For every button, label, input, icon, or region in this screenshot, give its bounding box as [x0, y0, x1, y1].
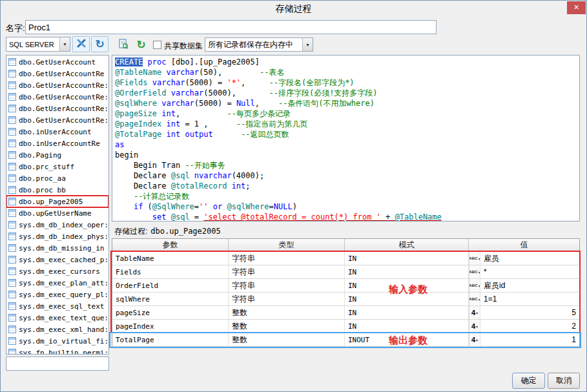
- value-type-button[interactable]: ABC▾: [469, 252, 480, 265]
- sidebar-item[interactable]: dbo.GetUserAccountRe:: [6, 103, 108, 114]
- sidebar-item[interactable]: sys.dm_exec_xml_hand:: [6, 324, 108, 335]
- sidebar-item[interactable]: dbo.proc bb: [6, 184, 108, 196]
- sidebar-item[interactable]: sys.fn_builtin_permi:: [6, 347, 108, 355]
- header-value: 值: [469, 239, 579, 251]
- share-dataset-checkbox[interactable]: [153, 41, 161, 49]
- code-line: Begin Tran --开始事务: [115, 160, 577, 170]
- value-type-button[interactable]: ABC▾: [469, 293, 480, 305]
- code-line: begin: [115, 150, 577, 160]
- sidebar-item[interactable]: dbo.GetUserAccountRe: [6, 68, 108, 79]
- param-name-cell: Fields: [112, 265, 229, 278]
- sidebar-item-label: dbo.GetUserAccountRe:: [19, 105, 107, 113]
- sidebar-item-label: sys.dm_exec_xml_hand:: [19, 325, 107, 334]
- param-value-cell[interactable]: 雇员: [480, 252, 579, 265]
- dialog-title: 存储过程: [1, 3, 586, 15]
- param-row: TableName字符串INABC▾雇员: [112, 252, 579, 265]
- sidebar-item-label: sys.dm_exec_plan_att:: [19, 279, 107, 287]
- param-table: 参数 类型 模式 值 TableName字符串INABC▾雇员Fields字符串…: [112, 238, 580, 347]
- value-type-button[interactable]: ABC▾: [469, 265, 480, 278]
- db-type-select[interactable]: SQL SERVER ▼: [6, 37, 70, 52]
- chevron-down-icon: ▼: [302, 38, 313, 51]
- sidebar-item-label: dbo.GetUserAccount: [19, 58, 96, 67]
- sidebar-item[interactable]: sys.dm_db_index_phys:: [6, 231, 108, 242]
- value-type-button[interactable]: 4▾: [469, 306, 480, 319]
- table-icon: [8, 139, 16, 147]
- param-name-cell: TotalPage: [112, 333, 229, 346]
- param-value-cell[interactable]: 2: [480, 320, 579, 333]
- code-line: @pageIndex int = 1 , --指定当前为第几页: [115, 119, 577, 129]
- param-type-cell: 字符串: [229, 252, 345, 265]
- sidebar-item[interactable]: dbo.GetUserAccount: [6, 56, 108, 68]
- table-icon: [8, 337, 16, 345]
- chevron-down-icon: ▾: [476, 338, 478, 342]
- sidebar-item[interactable]: sys.dm_exec_text_que:: [6, 312, 108, 324]
- sidebar-item[interactable]: sys.dm_io_virtual_fi:: [6, 335, 108, 347]
- value-type-button[interactable]: 4▾: [469, 320, 480, 333]
- numeric-type-icon: 4: [471, 309, 475, 316]
- sidebar-item[interactable]: dbo.GetUserAccountRe:: [6, 79, 108, 91]
- param-mode-cell: IN: [345, 320, 469, 333]
- sidebar-item[interactable]: dbo.GetUserAccountRe:: [6, 114, 108, 126]
- ok-button[interactable]: 确定: [512, 373, 545, 389]
- table-icon: [8, 151, 16, 159]
- proc-caption-prefix: 存储过程:: [114, 227, 147, 236]
- procedure-list: dbo.GetUserAccountdbo.GetUserAccountRedb…: [6, 55, 109, 355]
- close-button[interactable]: ×: [567, 1, 586, 14]
- code-line: @sqlWhere varchar(5000) = Null, --条件语句(不…: [115, 98, 577, 108]
- chevron-down-icon: ▾: [476, 324, 478, 329]
- sidebar-item[interactable]: sys.dm_exec_cached_p:: [6, 254, 108, 265]
- preview-sql-button[interactable]: [114, 37, 132, 53]
- sidebar-item[interactable]: sys.dm_exec_cursors: [6, 265, 108, 277]
- code-line: @TableName varchar(50), --表名: [115, 67, 577, 77]
- refresh-button[interactable]: ↻: [91, 36, 108, 52]
- sidebar-item[interactable]: dbo.Paging: [6, 149, 108, 161]
- procedure-name-input[interactable]: [25, 20, 437, 34]
- sidebar-item[interactable]: sys.dm_exec_plan_att:: [6, 277, 108, 289]
- sidebar-item[interactable]: dbo.prc_stuff: [6, 161, 108, 172]
- param-name-cell: pageIndex: [112, 320, 229, 333]
- procedure-filter-input[interactable]: [6, 356, 109, 371]
- record-storage-select[interactable]: 所有记录都保存在内存中 ▼: [205, 37, 313, 52]
- value-type-button[interactable]: 4▾: [469, 333, 480, 346]
- sidebar-item[interactable]: dbo.GetUserAccountRe:: [6, 91, 108, 103]
- code-line: Declare @totalRecord int;: [115, 181, 577, 191]
- name-label: 名字:: [6, 23, 25, 34]
- param-value-cell[interactable]: 1=1: [480, 293, 579, 305]
- table-icon: [8, 105, 16, 112]
- sidebar-item-label: dbo.up_Page2005: [19, 198, 83, 206]
- sidebar-item[interactable]: sys.dm_exec_query_pl:: [6, 289, 108, 300]
- code-line: @Fields varchar(5000) = '*', --字段名(全部字段为…: [115, 77, 577, 88]
- param-table-body: TableName字符串INABC▾雇员Fields字符串INABC▾*Orde…: [112, 252, 579, 347]
- sidebar-item[interactable]: sys.dm_db_index_oper:: [6, 219, 108, 231]
- param-value-cell[interactable]: 1: [480, 333, 579, 346]
- wrench-icon: [76, 38, 87, 51]
- table-icon: [8, 314, 16, 322]
- sidebar-item[interactable]: dbo.proc_aa: [6, 172, 108, 184]
- reload-data-button[interactable]: ↻: [132, 37, 150, 53]
- table-icon: [8, 58, 16, 66]
- sidebar-item[interactable]: sys.dm_db_missing_in: [6, 242, 108, 254]
- share-dataset-label: 共享数据集: [164, 41, 203, 52]
- proc-caption: 存储过程:dbo.up_Page2005: [114, 226, 221, 237]
- param-value-cell[interactable]: 雇员id: [480, 279, 579, 292]
- sql-code[interactable]: CREATE proc [dbo].[up_Page2005]@TableNam…: [112, 55, 580, 222]
- sidebar-item[interactable]: dbo.up_Page2005: [6, 196, 108, 207]
- sidebar-item[interactable]: dbo.inUserAccount: [6, 126, 108, 138]
- sidebar-item[interactable]: dbo.upGetUserName: [6, 207, 108, 219]
- sidebar-item[interactable]: dbo.inUserAccountRe: [6, 138, 108, 149]
- table-icon: [8, 232, 16, 240]
- proc-caption-name: dbo.up_Page2005: [150, 227, 220, 236]
- sidebar-item-label: sys.dm_io_virtual_fi:: [19, 337, 107, 346]
- table-icon: [8, 302, 16, 310]
- abc-type-icon: ABC: [469, 270, 478, 274]
- cancel-button[interactable]: 取消: [548, 373, 580, 389]
- sidebar-item-label: sys.fn_builtin_permi:: [19, 349, 107, 355]
- sidebar-item-label: dbo.Paging: [19, 151, 61, 160]
- param-value-cell[interactable]: *: [480, 265, 579, 278]
- param-value-cell[interactable]: 5: [480, 306, 579, 319]
- sidebar-item-label: dbo.proc_aa: [19, 174, 66, 183]
- tools-button[interactable]: [72, 36, 90, 52]
- sidebar-item[interactable]: sys.dm_exec_sql_text: [6, 300, 108, 312]
- value-type-button[interactable]: ABC▾: [469, 279, 480, 292]
- sidebar-item-label: sys.dm_db_index_oper:: [19, 221, 107, 229]
